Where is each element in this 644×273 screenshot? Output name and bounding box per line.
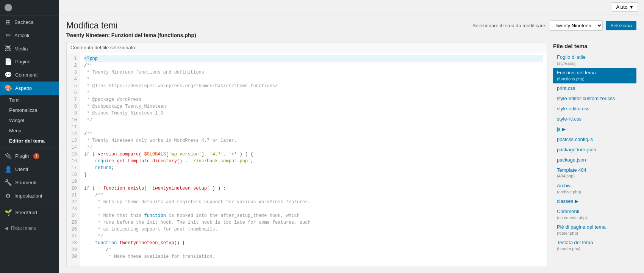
divider-3 — [0, 221, 59, 221]
sidebar-item-pagine[interactable]: 📄 Pagine — [0, 55, 59, 68]
aspetto-sub-nav: Temi Personalizza Widget Menu Editor del… — [0, 95, 59, 146]
appearance-icon: 🎨 — [5, 85, 12, 92]
file-item[interactable]: print.css — [553, 83, 636, 94]
code-editor-container: Contenuto del file selezionato: 12345678… — [66, 42, 547, 267]
divider-1 — [0, 147, 59, 148]
comments-icon: 💬 — [5, 71, 12, 78]
file-item[interactable]: Testata del tema(header.php) — [553, 238, 636, 253]
file-item[interactable]: package.json — [553, 155, 636, 165]
sidebar-item-temi[interactable]: Temi — [0, 95, 59, 105]
theme-select[interactable]: Twenty Nineteen — [550, 20, 603, 31]
file-item[interactable]: style-editor.css — [553, 104, 636, 114]
sidebar-item-bacheca[interactable]: ⊞ Bacheca — [0, 16, 59, 29]
chevron-down-icon: ▼ — [629, 4, 634, 10]
collapse-menu[interactable]: ◀ Riduci menu — [0, 223, 59, 234]
file-item[interactable]: classes ▶ — [553, 196, 636, 207]
file-title: Twenty Nineteen: Funzioni del tema (func… — [66, 32, 196, 38]
sidebar-item-media[interactable]: 🖼 Media — [0, 42, 59, 55]
main-area: Aiuto ▼ Modifica temi Twenty Nineteen: F… — [59, 0, 644, 273]
media-icon: 🖼 — [5, 45, 11, 52]
sidebar-logo — [0, 0, 59, 16]
sidebar-item-impostazioni[interactable]: ⚙ Impostazioni — [0, 189, 59, 202]
plugin-badge: 1 — [33, 153, 39, 159]
help-button[interactable]: Aiuto ▼ — [612, 2, 638, 12]
file-item[interactable]: package-lock.json — [553, 145, 636, 155]
sidebar-item-commenti[interactable]: 💬 Commenti — [0, 68, 59, 82]
content-area: Modifica temi Twenty Nineteen: Funzioni … — [59, 14, 644, 273]
editor-area: Contenuto del file selezionato: 12345678… — [66, 42, 636, 267]
sidebar-item-utenti[interactable]: 👤 Utenti — [0, 163, 59, 176]
file-item[interactable]: Piè di pagina del tema(footer.php) — [553, 222, 636, 238]
theme-selector-row: Selezionare il tema da modificare: Twent… — [472, 20, 636, 31]
sidebar-item-seedprod[interactable]: 🌱 SeedProd — [0, 206, 59, 219]
divider-2 — [0, 204, 59, 204]
file-item[interactable]: Archivi(archive.php) — [553, 181, 636, 196]
file-item[interactable]: Commenti(comments.php) — [553, 207, 636, 222]
file-sidebar: File del tema Foglio di stile(style.css)… — [553, 42, 636, 267]
line-numbers: 1234567891011121314151617181920212223242… — [67, 53, 80, 267]
code-editor[interactable]: 1234567891011121314151617181920212223242… — [67, 53, 547, 267]
pages-icon: 📄 — [5, 58, 12, 65]
dashboard-icon: ⊞ — [5, 19, 11, 26]
wp-logo-icon — [5, 4, 12, 11]
file-label: Contenuto del file selezionato: — [67, 42, 547, 53]
sidebar-item-widget[interactable]: Widget — [0, 115, 59, 126]
file-item[interactable]: Foglio di stile(style.css) — [553, 52, 636, 68]
sidebar: ⊞ Bacheca ✏ Articoli 🖼 Media 📄 Pagine 💬 … — [0, 0, 59, 273]
collapse-icon: ◀ — [5, 226, 8, 231]
plugin-icon: 🔌 — [5, 152, 12, 160]
sidebar-item-articoli[interactable]: ✏ Articoli — [0, 29, 59, 42]
tools-icon: 🔧 — [5, 179, 12, 186]
users-icon: 👤 — [5, 166, 12, 173]
seedprod-icon: 🌱 — [5, 209, 12, 216]
sidebar-item-menu[interactable]: Menu — [0, 126, 59, 136]
page-title: Modifica temi — [66, 20, 196, 31]
file-item[interactable]: style-editor-customizer.css — [553, 94, 636, 104]
code-content[interactable]: <?php/** * Twenty Nineteen functions and… — [80, 53, 547, 267]
sidebar-item-strumenti[interactable]: 🔧 Strumenti — [0, 176, 59, 189]
file-item[interactable]: Funzioni del tema(functions.php) — [553, 68, 636, 83]
select-theme-button[interactable]: Seleziona — [606, 21, 636, 30]
topbar: Aiuto ▼ — [59, 0, 644, 14]
sidebar-item-plugin[interactable]: 🔌 Plugin 1 — [0, 149, 59, 163]
file-item[interactable]: Template 404(404.php) — [553, 165, 636, 181]
file-item[interactable]: postcss.config.js — [553, 135, 636, 145]
settings-icon: ⚙ — [5, 192, 11, 199]
articles-icon: ✏ — [5, 32, 11, 39]
file-item[interactable]: style-rtl.css — [553, 114, 636, 124]
file-list: Foglio di stile(style.css)Funzioni del t… — [553, 52, 636, 253]
sidebar-item-personalizza[interactable]: Personalizza — [0, 105, 59, 115]
file-item[interactable]: js ▶ — [553, 124, 636, 135]
file-sidebar-title: File del tema — [553, 42, 636, 49]
sidebar-item-aspetto[interactable]: 🎨 Aspetto — [0, 82, 59, 95]
sidebar-item-editor-del-tema[interactable]: Editor del tema — [0, 136, 59, 146]
theme-selector-label: Selezionare il tema da modificare: — [472, 23, 547, 28]
